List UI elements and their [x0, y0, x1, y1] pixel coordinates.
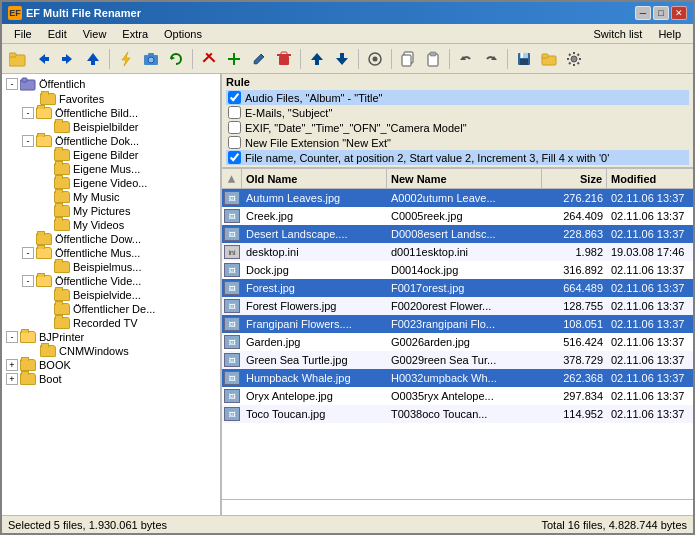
rule-checkbox-2[interactable]: [228, 106, 241, 119]
toolbar-refresh-btn[interactable]: [164, 47, 188, 71]
rule-checkbox-4[interactable]: [228, 136, 241, 149]
tree-item-beispielvide[interactable]: Beispielvide...: [2, 288, 220, 302]
toolbar-up-arrow-btn[interactable]: [305, 47, 329, 71]
tree-panel[interactable]: - Öffentlich Favorites - Öffentliche Bil…: [2, 74, 222, 515]
tree-item-offentlichemus[interactable]: - Öffentliche Mus...: [2, 246, 220, 260]
rule-item-1[interactable]: Audio Files, "Album" - "Title": [226, 90, 689, 105]
table-row[interactable]: 🖼 Desert Landscape.... D0008esert Landsc…: [222, 225, 693, 243]
tree-item-beispielbilder[interactable]: Beispielbilder: [2, 120, 220, 134]
toolbar-settings-btn[interactable]: [562, 47, 586, 71]
tree-item-offentlichedow[interactable]: Öffentliche Dow...: [2, 232, 220, 246]
tree-item-offentlichedok[interactable]: - Öffentliche Dok...: [2, 134, 220, 148]
toolbar-open-btn[interactable]: [537, 47, 561, 71]
col-header-size[interactable]: Size: [542, 169, 607, 188]
help-button[interactable]: Help: [650, 26, 689, 42]
toolbar-edit-btn[interactable]: [247, 47, 271, 71]
toolbar-camera-btn[interactable]: [139, 47, 163, 71]
switch-list-button[interactable]: Switch list: [585, 26, 650, 42]
toolbar-down-arrow-btn[interactable]: [330, 47, 354, 71]
svg-rect-35: [521, 53, 523, 58]
table-row[interactable]: 🖼 Creek.jpg C0005reek.jpg 264.409 02.11.…: [222, 207, 693, 225]
rule-item-2[interactable]: E-Mails, "Subject": [226, 105, 689, 120]
table-row[interactable]: 🖼 Garden.jpg G0026arden.jpg 516.424 02.1…: [222, 333, 693, 351]
col-header-new-name[interactable]: New Name: [387, 169, 542, 188]
toolbar-delete-btn[interactable]: [272, 47, 296, 71]
table-row[interactable]: ini desktop.ini d0011esktop.ini 1.982 19…: [222, 243, 693, 261]
menu-extra[interactable]: Extra: [114, 26, 156, 42]
tree-expand-offentlichevide[interactable]: -: [22, 275, 34, 287]
col-header-icon[interactable]: [222, 169, 242, 188]
tree-expand-book[interactable]: +: [6, 359, 18, 371]
rule-checkbox-3[interactable]: [228, 121, 241, 134]
toolbar-save-btn[interactable]: [512, 47, 536, 71]
tree-item-bjprinter[interactable]: - BJPrinter: [2, 330, 220, 344]
menu-edit[interactable]: Edit: [40, 26, 75, 42]
rule-item-3[interactable]: EXIF, "Date"_"Time"_"OFN"_"Camera Model": [226, 120, 689, 135]
tree-expand-offentlichemus[interactable]: -: [22, 247, 34, 259]
toolbar-folder-btn[interactable]: [6, 47, 30, 71]
tree-item-offentlichevide[interactable]: - Öffentliche Vide...: [2, 274, 220, 288]
maximize-button[interactable]: □: [653, 6, 669, 20]
table-row[interactable]: 🖼 Toco Toucan.jpg T0038oco Toucan... 114…: [222, 405, 693, 423]
tree-expand-root[interactable]: -: [6, 78, 18, 90]
img-thumbnail-2: 🖼: [224, 209, 240, 223]
tree-root[interactable]: - Öffentlich: [2, 76, 220, 92]
menu-view[interactable]: View: [75, 26, 115, 42]
tree-item-eigenebilder[interactable]: Eigene Bilder: [2, 148, 220, 162]
toolbar-lightning-btn[interactable]: [114, 47, 138, 71]
tree-expand-offentlichebilder[interactable]: -: [22, 107, 34, 119]
minimize-button[interactable]: ─: [635, 6, 651, 20]
tree-item-offentlichebilder[interactable]: - Öffentliche Bild...: [2, 106, 220, 120]
tree-item-eigenemusik[interactable]: Eigene Mus...: [2, 162, 220, 176]
tree-item-eigenesvideo[interactable]: Eigene Video...: [2, 176, 220, 190]
file-list-body[interactable]: 🖼 Autumn Leaves.jpg A0002utumn Leave... …: [222, 189, 693, 499]
toolbar-up-btn[interactable]: [81, 47, 105, 71]
toolbar-add-btn[interactable]: [222, 47, 246, 71]
toolbar-copy-btn[interactable]: [396, 47, 420, 71]
file-icon-7: 🖼: [222, 299, 242, 313]
toolbar-paste-btn[interactable]: [421, 47, 445, 71]
toolbar-forward-btn[interactable]: [56, 47, 80, 71]
toolbar-undo-btn[interactable]: [454, 47, 478, 71]
tree-expand-boot[interactable]: +: [6, 373, 18, 385]
tree-expand-bjprinter[interactable]: -: [6, 331, 18, 343]
rule-item-5[interactable]: File name, Counter, at position 2, Start…: [226, 150, 689, 165]
table-row[interactable]: 🖼 Autumn Leaves.jpg A0002utumn Leave... …: [222, 189, 693, 207]
toolbar-back-btn[interactable]: [31, 47, 55, 71]
menu-options[interactable]: Options: [156, 26, 210, 42]
h-scrollbar[interactable]: [222, 500, 693, 515]
table-row[interactable]: 🖼 Oryx Antelope.jpg O0035ryx Antelope...…: [222, 387, 693, 405]
svg-point-39: [571, 56, 577, 62]
tree-item-mymusic[interactable]: My Music: [2, 190, 220, 204]
img-thumbnail-9: 🖼: [224, 335, 240, 349]
tree-item-book[interactable]: + BOOK: [2, 358, 220, 372]
tree-folder-offentlichedow: [36, 233, 52, 245]
table-row[interactable]: 🖼 Forest Flowers.jpg F0020orest Flower..…: [222, 297, 693, 315]
tree-item-offentlicherde[interactable]: Öffentlicher De...: [2, 302, 220, 316]
h-scroll-container[interactable]: [222, 499, 693, 515]
toolbar-preview-btn[interactable]: [363, 47, 387, 71]
rule-item-4[interactable]: New File Extension "New Ext": [226, 135, 689, 150]
table-row[interactable]: 🖼 Dock.jpg D0014ock.jpg 316.892 02.11.06…: [222, 261, 693, 279]
tree-item-boot[interactable]: + Boot: [2, 372, 220, 386]
menu-file[interactable]: File: [6, 26, 40, 42]
tree-item-beispielmus[interactable]: Beispielmus...: [2, 260, 220, 274]
tree-item-mypictures[interactable]: My Pictures: [2, 204, 220, 218]
tree-item-favorites[interactable]: Favorites: [2, 92, 220, 106]
table-row[interactable]: 🖼 Frangipani Flowers.... F0023rangipani …: [222, 315, 693, 333]
tree-item-myvideos[interactable]: My Videos: [2, 218, 220, 232]
col-header-old-name[interactable]: Old Name: [242, 169, 387, 188]
toolbar-sep-6: [449, 49, 450, 69]
tree-expand-offentlichedok[interactable]: -: [22, 135, 34, 147]
rule-checkbox-5[interactable]: [228, 151, 241, 164]
tree-item-recordedtv[interactable]: Recorded TV: [2, 316, 220, 330]
tree-item-cnmwindows[interactable]: CNMWindows: [2, 344, 220, 358]
table-row[interactable]: 🖼 Humpback Whale.jpg H0032umpback Wh... …: [222, 369, 693, 387]
table-row[interactable]: 🖼 Forest.jpg F0017orest.jpg 664.489 02.1…: [222, 279, 693, 297]
rule-checkbox-1[interactable]: [228, 91, 241, 104]
toolbar-redo-btn[interactable]: [479, 47, 503, 71]
table-row[interactable]: 🖼 Green Sea Turtle.jpg G0029reen Sea Tur…: [222, 351, 693, 369]
col-header-modified[interactable]: Modified: [607, 169, 693, 188]
close-button[interactable]: ✕: [671, 6, 687, 20]
toolbar-stop-btn[interactable]: [197, 47, 221, 71]
